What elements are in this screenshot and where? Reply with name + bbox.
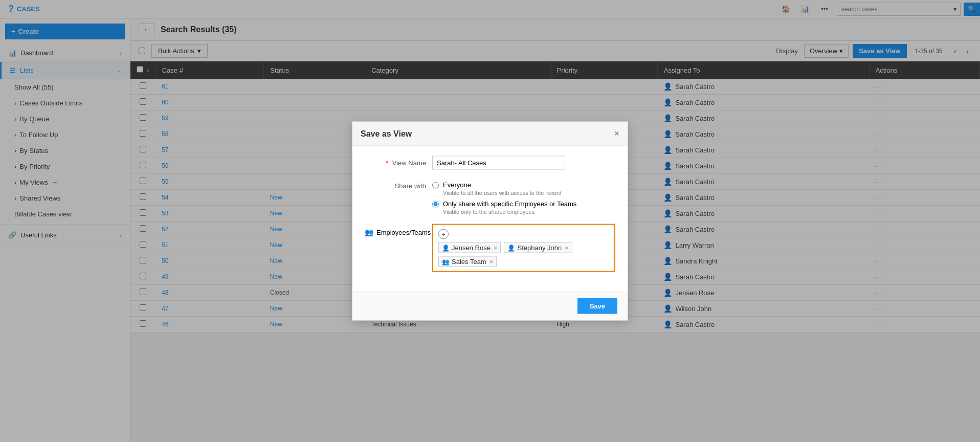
radio-specific-desc: Visible only to the shared employees — [443, 209, 576, 215]
add-emp-button[interactable]: + — [438, 229, 449, 239]
stephany-john-icon: 👤 — [507, 244, 515, 251]
stephany-john-remove[interactable]: × — [565, 244, 569, 252]
jensen-rose-remove[interactable]: × — [494, 244, 498, 252]
view-name-label: * View Name — [365, 156, 426, 167]
emp-teams-label-col: 👥 Employees/Teams — [365, 224, 426, 236]
modal-header: Save as View × — [352, 122, 628, 146]
tag-jensen-rose: 👤 Jensen Rose × — [438, 242, 501, 253]
radio-group: Everyone Visible to all the users with a… — [432, 179, 576, 215]
view-name-input[interactable] — [432, 156, 565, 170]
save-as-view-modal: Save as View × * View Name Share with Ev… — [352, 122, 628, 321]
required-star: * — [386, 159, 388, 167]
emp-box-top: + — [438, 229, 609, 239]
radio-specific-label: Only share with specific Employees or Te… — [443, 200, 576, 208]
modal-save-label: Save — [590, 302, 605, 310]
share-with-row: Share with Everyone Visible to all the u… — [365, 179, 615, 215]
emp-teams-box: + 👤 Jensen Rose × 👤 Stephany John × 👥 — [432, 224, 615, 272]
jensen-rose-label: Jensen Rose — [452, 244, 491, 252]
sales-team-icon: 👥 — [442, 258, 450, 265]
jensen-rose-icon: 👤 — [442, 244, 450, 251]
radio-everyone: Everyone Visible to all the users with a… — [432, 181, 576, 196]
emp-teams-row: 👥 Employees/Teams + 👤 Jensen Rose × 👤 St… — [365, 224, 615, 272]
radio-everyone-label: Everyone — [443, 181, 562, 189]
radio-everyone-input[interactable] — [432, 182, 439, 189]
tag-sales-team: 👥 Sales Team × — [438, 256, 497, 267]
modal-close-button[interactable]: × — [614, 128, 619, 139]
modal-body: * View Name Share with Everyone Visible … — [352, 146, 628, 292]
sales-team-remove[interactable]: × — [489, 258, 494, 266]
view-name-row: * View Name — [365, 156, 615, 170]
sales-team-label: Sales Team — [452, 258, 486, 266]
modal-footer: Save — [352, 292, 628, 320]
radio-specific-input[interactable] — [432, 201, 439, 208]
stephany-john-label: Stephany John — [517, 244, 562, 252]
emp-teams-text: Employees/Teams — [376, 228, 431, 236]
modal-title: Save as View — [361, 129, 412, 138]
emp-tags-row: 👤 Jensen Rose × 👤 Stephany John × 👥 Sale… — [438, 242, 609, 267]
share-with-label: Share with — [365, 179, 426, 190]
tag-stephany-john: 👤 Stephany John × — [504, 242, 572, 253]
modal-save-button[interactable]: Save — [577, 298, 617, 314]
radio-everyone-desc: Visible to all the users with access to … — [443, 190, 562, 196]
radio-specific: Only share with specific Employees or Te… — [432, 200, 576, 215]
emp-teams-icon: 👥 — [365, 228, 373, 236]
